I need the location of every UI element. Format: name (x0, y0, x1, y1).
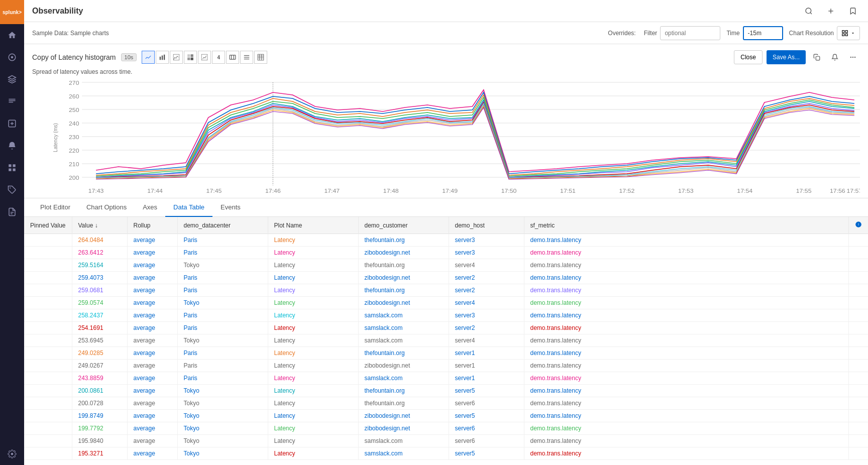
tab-events[interactable]: Events (212, 198, 249, 217)
sidebar-item-settings[interactable] (0, 443, 24, 465)
sidebar-item-apm[interactable] (0, 112, 24, 135)
cell-pinned (24, 272, 72, 284)
add-button[interactable] (824, 4, 838, 18)
svg-point-7 (10, 187, 11, 188)
svg-point-37 (852, 57, 853, 58)
svg-text:17:51: 17:51 (560, 188, 576, 194)
cell-value: 253.6945 (72, 334, 127, 347)
sidebar-item-infrastructure[interactable] (0, 68, 24, 90)
cell-rollup: average (127, 410, 177, 422)
cell-metric: demo.trans.latency (524, 347, 849, 360)
save-button[interactable]: Save As... (767, 50, 806, 64)
cell-host: server4 (449, 259, 524, 272)
filter-input[interactable] (660, 26, 720, 40)
cell-rollup: average (127, 309, 177, 322)
cell-value: 263.6412 (72, 247, 127, 259)
chart-title: Copy of Latency histogram (32, 53, 116, 61)
splunk-logo[interactable]: splunk> (0, 0, 24, 24)
table-body: 264.0484 average Paris Latency thefounta… (24, 234, 868, 460)
sidebar-item-alerts[interactable] (0, 135, 24, 157)
cell-rollup: average (127, 272, 177, 284)
logo-text: splunk> (3, 10, 22, 15)
svg-text:17:43: 17:43 (88, 188, 104, 194)
cell-rollup: average (127, 435, 177, 447)
svg-text:17:49: 17:49 (442, 188, 458, 194)
page-title: Observability (32, 7, 802, 16)
svg-rect-4 (13, 164, 16, 167)
svg-text:17:48: 17:48 (383, 188, 399, 194)
col-header-value[interactable]: Value ↓ (72, 217, 127, 234)
cell-plotname: Latency (268, 272, 358, 284)
svg-rect-18 (173, 54, 179, 60)
table-row: 259.5164 average Tokyo Latency thefounta… (24, 259, 868, 272)
resolution-button[interactable] (837, 26, 860, 40)
tab-data-table[interactable]: Data Table (165, 198, 212, 217)
cell-value: 259.4073 (72, 272, 127, 284)
sidebar-item-tags[interactable] (0, 179, 24, 201)
sidebar-item-home[interactable] (0, 24, 24, 46)
cell-pinned (24, 410, 72, 422)
cell-rollup: average (127, 297, 177, 309)
alert-button[interactable] (828, 50, 842, 64)
svg-text:17:53: 17:53 (678, 188, 694, 194)
bookmark-button[interactable] (846, 4, 860, 18)
cell-pinned (24, 247, 72, 259)
chart-type-gauge[interactable] (226, 51, 239, 64)
copy-button[interactable] (810, 50, 824, 64)
tab-axes[interactable]: Axes (135, 198, 165, 217)
tabs-bar: Plot Editor Chart Options Axes Data Tabl… (24, 198, 868, 217)
sidebar-item-reports[interactable] (0, 201, 24, 223)
col-header-settings[interactable]: i (849, 217, 869, 234)
tab-chart-options[interactable]: Chart Options (78, 198, 135, 217)
cell-plotname: Latency (268, 435, 358, 447)
sidebar-item-explore[interactable] (0, 46, 24, 68)
cell-customer: samslack.com (358, 322, 449, 334)
cell-customer: zibobodesign.net (358, 247, 449, 259)
cell-value: 249.0267 (72, 360, 127, 372)
cell-metric: demo.trans.latency (524, 322, 849, 334)
chart-type-scatter[interactable] (198, 51, 211, 64)
chart-type-list[interactable] (240, 51, 253, 64)
table-row: 200.0728 average Tokyo Latency thefounta… (24, 397, 868, 410)
svg-text:250: 250 (69, 107, 79, 113)
cell-settings (849, 347, 869, 360)
svg-rect-12 (845, 30, 847, 32)
close-button[interactable]: Close (734, 50, 763, 64)
sidebar-item-dashboards[interactable] (0, 157, 24, 179)
cell-datacenter: Tokyo (177, 397, 268, 410)
cell-customer: samslack.com (358, 334, 449, 347)
tab-plot-editor[interactable]: Plot Editor (32, 198, 78, 217)
cell-metric: demo.trans.latency (524, 385, 849, 397)
chart-type-area[interactable] (170, 51, 183, 64)
chart-type-table[interactable] (254, 51, 267, 64)
cell-plotname: Latency (268, 259, 358, 272)
chart-panel: Copy of Latency histogram 10s (24, 44, 868, 198)
cell-settings (849, 410, 869, 422)
chart-type-line[interactable] (142, 51, 155, 64)
cell-metric: demo.trans.latency (524, 297, 849, 309)
more-button[interactable] (846, 50, 860, 64)
table-row: 199.7792 average Tokyo Latency zibobodes… (24, 422, 868, 435)
chart-type-bar[interactable] (156, 51, 169, 64)
cell-settings (849, 247, 869, 259)
table-row: 195.3271 average Tokyo Latency samslack.… (24, 447, 868, 460)
table-row: 253.6945 average Tokyo Latency samslack.… (24, 334, 868, 347)
cell-rollup: average (127, 334, 177, 347)
chart-type-heatmap[interactable] (184, 51, 197, 64)
chart-type-number[interactable]: 4 (212, 51, 225, 64)
cell-metric: demo.trans.latency (524, 372, 849, 385)
search-button[interactable] (802, 4, 816, 18)
sidebar: splunk> (0, 0, 24, 465)
time-input[interactable] (743, 26, 783, 40)
sample-data-label: Sample Data: Sample charts (32, 30, 600, 37)
cell-host: server3 (449, 234, 524, 247)
cell-customer: samslack.com (358, 435, 449, 447)
cell-rollup: average (127, 322, 177, 334)
cell-plotname: Latency (268, 422, 358, 435)
sidebar-item-logs[interactable] (0, 90, 24, 112)
cell-settings (849, 447, 869, 460)
cell-value: 199.8749 (72, 410, 127, 422)
table-row: 195.9840 average Tokyo Latency samslack.… (24, 435, 868, 447)
line-chart: 270 260 250 240 230 220 210 200 (62, 77, 860, 198)
cell-customer: samslack.com (358, 372, 449, 385)
